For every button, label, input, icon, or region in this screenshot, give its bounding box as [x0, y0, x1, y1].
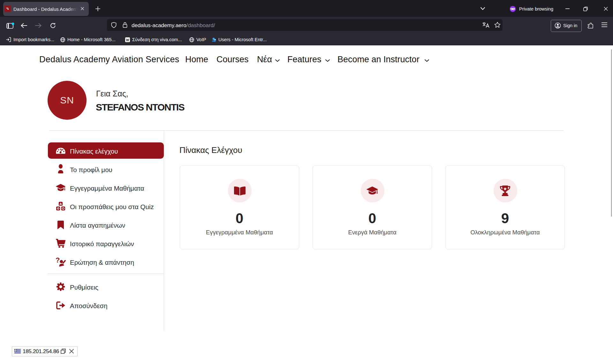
- svg-text:?: ?: [56, 257, 60, 264]
